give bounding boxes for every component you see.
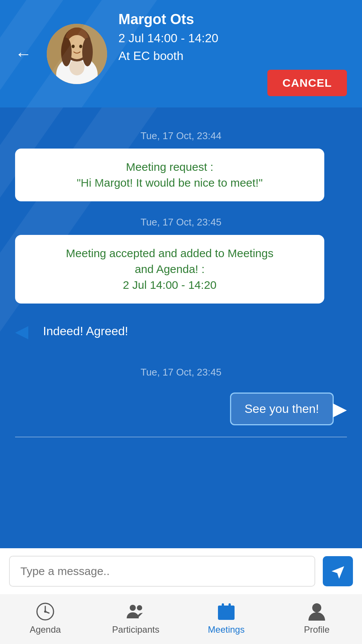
send-icon	[330, 564, 345, 579]
message-input-row	[0, 548, 362, 594]
nav-item-profile[interactable]: Profile	[287, 602, 347, 635]
svg-rect-19	[229, 603, 231, 609]
quick-reply-right[interactable]: See you then! ▶	[15, 393, 347, 425]
message-bubble-1: Meeting request : "Hi Margot! It would b…	[15, 149, 324, 201]
back-button[interactable]: ←	[15, 46, 32, 62]
right-arrow-icon: ▶	[333, 400, 347, 418]
svg-point-9	[79, 44, 82, 48]
profile-icon	[307, 602, 327, 621]
nav-item-agenda[interactable]: Agenda	[15, 602, 75, 635]
timestamp-1: Tue, 17 Oct, 23:44	[15, 130, 347, 142]
meetings-icon	[216, 602, 236, 621]
cancel-button[interactable]: CANCEL	[267, 70, 347, 96]
participants-label: Participants	[112, 624, 159, 635]
timestamp-3: Tue, 17 Oct, 23:45	[15, 366, 347, 378]
participants-icon	[126, 602, 146, 621]
svg-rect-21	[221, 616, 229, 617]
nav-item-meetings[interactable]: Meetings	[196, 602, 256, 635]
meetings-label: Meetings	[208, 624, 244, 635]
message-bubble-2: Meeting accepted and added to Meetings a…	[15, 235, 324, 304]
svg-point-7	[82, 38, 93, 66]
svg-point-6	[61, 38, 72, 66]
meeting-location: At EC booth	[118, 49, 347, 63]
svg-point-22	[312, 603, 321, 612]
chat-divider	[15, 437, 347, 437]
agenda-icon	[35, 602, 55, 621]
header: ←	[0, 0, 362, 107]
svg-rect-20	[221, 613, 232, 614]
svg-rect-17	[218, 606, 235, 611]
quick-reply-bubble-left[interactable]: Indeed! Agreed!	[28, 315, 143, 348]
quick-reply-left[interactable]: ◀ Indeed! Agreed!	[15, 315, 347, 348]
header-info: Margot Ots 2 Jul 14:00 - 14:20 At EC boo…	[118, 11, 347, 96]
nav-item-participants[interactable]: Participants	[106, 602, 166, 635]
left-arrow-icon: ◀	[15, 322, 29, 340]
avatar	[47, 24, 107, 84]
send-button[interactable]	[323, 556, 353, 586]
profile-label: Profile	[304, 624, 330, 635]
svg-point-8	[72, 44, 75, 48]
quick-reply-bubble-right[interactable]: See you then!	[230, 393, 334, 425]
svg-point-14	[130, 605, 136, 611]
message-input[interactable]	[9, 556, 315, 587]
contact-name: Margot Ots	[118, 11, 347, 28]
bottom-nav: Agenda Participants	[0, 594, 362, 644]
meeting-time: 2 Jul 14:00 - 14:20	[118, 31, 347, 45]
svg-point-13	[44, 610, 46, 613]
chat-area: Tue, 17 Oct, 23:44 Meeting request : "Hi…	[0, 107, 362, 548]
timestamp-2: Tue, 17 Oct, 23:45	[15, 216, 347, 228]
agenda-label: Agenda	[30, 624, 61, 635]
svg-rect-18	[222, 603, 224, 609]
svg-point-15	[137, 605, 142, 610]
